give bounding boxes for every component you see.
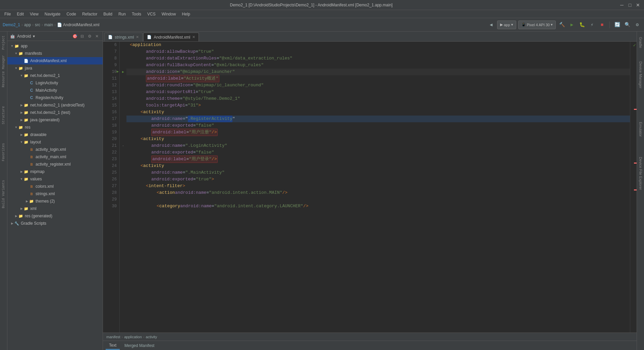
panel-dropdown[interactable]: ▾ [33, 34, 35, 39]
tree-label-drawable: drawable [30, 132, 47, 137]
menu-vcs[interactable]: VCS [145, 11, 158, 17]
tree-item-gradle[interactable]: ▶ 🔧 Gradle Scripts [7, 220, 103, 227]
device-file-explorer-label[interactable]: Device File Explorer [638, 155, 643, 192]
checkmark-icon: ✓ [633, 42, 637, 49]
panel-settings-button[interactable]: ⚙ [87, 33, 93, 39]
sync-button[interactable]: 🔄 [613, 21, 621, 29]
device-selector[interactable]: 📱 Pixel 4 API 30 ▾ [518, 20, 556, 29]
line-num-16: 16 [103, 109, 119, 116]
tree-item-java[interactable]: ▼ 📁 java [7, 64, 103, 72]
xml-icon-register: 🗎 [29, 162, 34, 167]
window-controls[interactable]: ─ □ ✕ [619, 2, 641, 8]
tab-androidmanifest[interactable]: 📄 AndroidManifest.xml ✕ [143, 33, 199, 41]
tree-item-themes[interactable]: ▶ 📁 themes (2) [7, 198, 103, 205]
panel-close-button[interactable]: ✕ [94, 33, 100, 39]
tab-label-strings: strings.xml [115, 35, 134, 40]
folder-icon-values: 📁 [23, 176, 29, 182]
tree-item-strings-xml[interactable]: ▶ 🗎 strings.xml [7, 190, 103, 198]
tab-close-strings[interactable]: ✕ [136, 35, 139, 39]
build-button[interactable]: 🔨 [558, 21, 566, 29]
tree-arrow-res-gen: ▶ [14, 214, 18, 218]
structure-label[interactable]: Structure [1, 105, 6, 126]
line-num-19: 19 [103, 129, 119, 136]
project-panel-label[interactable]: Project [1, 34, 6, 51]
editor-content[interactable]: 6 7 8 9 10 ▶ 11 12 13 14 15 16 17 18 19 … [103, 42, 637, 333]
menu-code[interactable]: Code [64, 11, 79, 17]
panel-controls: 🎯 ⊟ ⚙ ✕ [72, 33, 100, 39]
tree-item-res-generated[interactable]: ▶ 📁 res (generated) [7, 212, 103, 220]
menu-edit[interactable]: Edit [14, 11, 26, 17]
tree-label-xml: xml [30, 206, 37, 211]
tab-text[interactable]: Text [106, 342, 120, 350]
device-manager-label[interactable]: Device Manager [638, 59, 643, 90]
error-marker-3 [634, 189, 637, 190]
panel-collapse-button[interactable]: ⊟ [79, 33, 85, 39]
separator [609, 21, 610, 28]
menu-run[interactable]: Run [116, 11, 128, 17]
back-button[interactable]: ◀ [487, 21, 495, 29]
code-area[interactable]: <application android:allowBackup="true" … [126, 42, 630, 333]
tree-item-xml[interactable]: ▶ 📁 xml [7, 205, 103, 212]
error-marker-1 [634, 109, 637, 110]
menu-refactor[interactable]: Refactor [79, 11, 100, 17]
favorites-label[interactable]: Favorites [1, 142, 6, 163]
tab-merged-manifest[interactable]: Merged Manifest [121, 342, 158, 349]
tree-item-mipmap[interactable]: ▶ 📁 mipmap [7, 168, 103, 175]
device-label: Pixel 4 API 30 [527, 23, 550, 27]
folder-icon-androidtest: 📁 [23, 102, 29, 108]
line-num-18: 18 [103, 122, 119, 129]
tree-item-package[interactable]: ▼ 📁 net.hxl.demo2_1 [7, 72, 103, 79]
tree-item-layout[interactable]: ▼ 📁 layout [7, 138, 103, 146]
tree-arrow-java: ▼ [14, 66, 18, 70]
tree-item-mainactivity[interactable]: ▶ C MainActivity [7, 87, 103, 94]
run-config-selector[interactable]: ▶ app ▾ [497, 20, 516, 29]
tree-label-java: java [25, 66, 32, 71]
menu-build[interactable]: Build [101, 11, 115, 17]
tree-item-drawable[interactable]: ▶ 📁 drawable [7, 131, 103, 138]
menu-help[interactable]: Help [179, 11, 193, 17]
run-button[interactable]: ▶ [568, 21, 576, 29]
menu-file[interactable]: File [2, 11, 13, 17]
main-content: Project Resource Manager Structure Favor… [0, 32, 644, 350]
tab-strings-xml[interactable]: 📄 strings.xml ✕ [104, 33, 143, 41]
debug-button[interactable]: 🐛 [578, 21, 586, 29]
apply-changes-button[interactable]: ⚡ [588, 21, 596, 29]
close-button[interactable]: ✕ [635, 2, 641, 8]
panel-locate-button[interactable]: 🎯 [72, 33, 78, 39]
tree-item-loginactivity[interactable]: ▶ C LoginActivity [7, 79, 103, 87]
tree-item-activity-main-xml[interactable]: ▶ 🗎 activity_main.xml [7, 153, 103, 161]
gradle-panel-label[interactable]: Gradle [638, 35, 643, 50]
tab-close-manifest[interactable]: ✕ [192, 35, 195, 39]
minimize-button[interactable]: ─ [619, 2, 625, 8]
line-num-6: 6 [103, 42, 119, 48]
tree-label-gradle: Gradle Scripts [21, 221, 46, 226]
menu-window[interactable]: Window [159, 11, 179, 17]
settings-button[interactable]: ⚙ [633, 21, 641, 29]
menu-tools[interactable]: Tools [129, 11, 144, 17]
search-button[interactable]: 🔍 [623, 21, 631, 29]
menu-view[interactable]: View [27, 11, 41, 17]
gradle-icon: 🔧 [14, 221, 19, 226]
maximize-button[interactable]: □ [627, 2, 633, 8]
emulator-label[interactable]: Emulator [638, 120, 643, 139]
stop-button[interactable]: ■ [598, 21, 606, 29]
tree-item-java-generated[interactable]: ▶ 📁 java (generated) [7, 116, 103, 124]
tree-item-test[interactable]: ▶ 📁 net.hxl.demo2_1 (test) [7, 109, 103, 116]
build-variants-label[interactable]: Build Variants [1, 179, 6, 210]
class-icon-register: C [29, 95, 34, 100]
code-line-26: android:exported="true"> [126, 176, 630, 183]
tree-item-res[interactable]: ▼ 📁 res [7, 124, 103, 131]
line-num-28: 28 [103, 189, 119, 196]
tree-item-activity-login-xml[interactable]: ▶ 🗎 activity_login.xml [7, 146, 103, 153]
tree-item-manifests[interactable]: ▼ 📁 manifests [7, 50, 103, 57]
resource-manager-label[interactable]: Resource Manager [1, 54, 6, 89]
tree-item-colors-xml[interactable]: ▶ 🗎 colors.xml [7, 183, 103, 190]
menu-navigate[interactable]: Navigate [42, 11, 63, 17]
tree-label-test: net.hxl.demo2_1 (test) [30, 110, 70, 115]
tree-item-values[interactable]: ▼ 📁 values [7, 175, 103, 183]
tree-item-registeractivity[interactable]: ▶ C RegisterActivity [7, 94, 103, 101]
tree-item-androidtest[interactable]: ▶ 📁 net.hxl.demo2_1 (androidTest) [7, 101, 103, 109]
tree-item-app[interactable]: ▼ 📁 app [7, 42, 103, 50]
tree-item-activity-register-xml[interactable]: ▶ 🗎 activity_register.xml [7, 161, 103, 168]
tree-item-androidmanifest[interactable]: ▶ 📄 AndroidManifest.xml [7, 57, 103, 64]
